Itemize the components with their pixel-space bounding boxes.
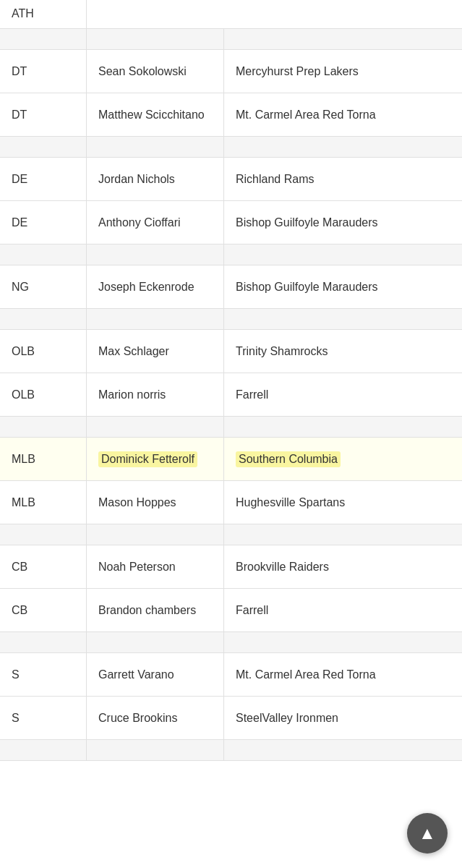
table-row: OLB Marion norris Farrell bbox=[0, 373, 462, 417]
name-cell: Matthew Scicchitano bbox=[87, 93, 224, 136]
player-name: Sean Sokolowski bbox=[98, 65, 187, 78]
table-row: DE Anthony Cioffari Bishop Guilfoyle Mar… bbox=[0, 201, 462, 244]
team-name: Bishop Guilfoyle Marauders bbox=[236, 216, 378, 229]
name-cell: Max Schlager bbox=[87, 330, 224, 373]
player-name: Marion norris bbox=[98, 388, 166, 401]
team-cell: Bishop Guilfoyle Marauders bbox=[224, 201, 462, 244]
name-cell: Anthony Cioffari bbox=[87, 201, 224, 244]
roster-table: ATH DT Sean Sokolowski Mercyhurst Prep L… bbox=[0, 0, 462, 761]
spacer-pos bbox=[0, 417, 87, 437]
player-name: Noah Peterson bbox=[98, 561, 176, 574]
team-name: Hughesville Spartans bbox=[236, 496, 345, 509]
name-cell: Cruce Brookins bbox=[87, 697, 224, 739]
team-name: Farrell bbox=[236, 604, 268, 617]
highlighted-name: Dominick Fetterolf bbox=[98, 451, 197, 467]
table-spacer bbox=[0, 244, 462, 265]
team-cell: Mercyhurst Prep Lakers bbox=[224, 50, 462, 93]
spacer-pos bbox=[0, 740, 87, 760]
team-cell: Southern Columbia bbox=[224, 438, 462, 480]
spacer-pos bbox=[0, 309, 87, 329]
highlighted-team: Southern Columbia bbox=[236, 451, 341, 467]
spacer-pos bbox=[0, 29, 87, 49]
team-name: Richland Rams bbox=[236, 173, 314, 186]
pos-cell: NG bbox=[0, 265, 87, 308]
table-row: DE Jordan Nichols Richland Rams bbox=[0, 158, 462, 201]
name-cell: Dominick Fetterolf bbox=[87, 438, 224, 480]
name-cell: Jordan Nichols bbox=[87, 158, 224, 200]
spacer-team bbox=[224, 417, 462, 437]
table-row-ath: ATH bbox=[0, 0, 462, 29]
pos-cell: CB bbox=[0, 545, 87, 588]
table-row: S Cruce Brookins SteelValley Ironmen bbox=[0, 697, 462, 740]
spacer-name bbox=[87, 417, 224, 437]
team-cell: Hughesville Spartans bbox=[224, 481, 462, 524]
name-cell: Sean Sokolowski bbox=[87, 50, 224, 93]
table-row: DT Matthew Scicchitano Mt. Carmel Area R… bbox=[0, 93, 462, 137]
spacer-pos bbox=[0, 244, 87, 265]
team-cell: SteelValley Ironmen bbox=[224, 697, 462, 739]
spacer-pos bbox=[0, 632, 87, 652]
spacer-team bbox=[224, 309, 462, 329]
player-name: Cruce Brookins bbox=[98, 712, 177, 725]
table-row: NG Joseph Eckenrode Bishop Guilfoyle Mar… bbox=[0, 265, 462, 309]
team-cell: Farrell bbox=[224, 589, 462, 631]
team-name: Bishop Guilfoyle Marauders bbox=[236, 281, 378, 294]
team-name: SteelValley Ironmen bbox=[236, 712, 338, 725]
table-row: MLB Mason Hoppes Hughesville Spartans bbox=[0, 481, 462, 524]
spacer-team bbox=[224, 632, 462, 652]
player-name: Joseph Eckenrode bbox=[98, 281, 194, 294]
name-cell: Garrett Varano bbox=[87, 653, 224, 696]
spacer-name bbox=[87, 244, 224, 265]
spacer-name bbox=[87, 524, 224, 545]
team-cell: Trinity Shamrocks bbox=[224, 330, 462, 373]
pos-cell: MLB bbox=[0, 438, 87, 480]
spacer-team bbox=[224, 137, 462, 157]
name-cell: Noah Peterson bbox=[87, 545, 224, 588]
spacer-pos bbox=[0, 137, 87, 157]
table-spacer bbox=[0, 29, 462, 50]
team-cell: Farrell bbox=[224, 373, 462, 416]
spacer-team bbox=[224, 740, 462, 760]
table-row: OLB Max Schlager Trinity Shamrocks bbox=[0, 330, 462, 373]
table-spacer bbox=[0, 740, 462, 761]
table-row: CB Noah Peterson Brookville Raiders bbox=[0, 545, 462, 589]
spacer-name bbox=[87, 309, 224, 329]
pos-cell: ATH bbox=[0, 0, 87, 28]
player-name: Max Schlager bbox=[98, 345, 169, 358]
pos-cell: DE bbox=[0, 201, 87, 244]
player-name: Jordan Nichols bbox=[98, 173, 175, 186]
table-spacer bbox=[0, 524, 462, 545]
name-cell: Joseph Eckenrode bbox=[87, 265, 224, 308]
name-cell: Marion norris bbox=[87, 373, 224, 416]
team-cell: Brookville Raiders bbox=[224, 545, 462, 588]
name-team-cell bbox=[87, 0, 462, 28]
spacer-team bbox=[224, 244, 462, 265]
team-name: Mt. Carmel Area Red Torna bbox=[236, 109, 376, 122]
name-cell: Brandon chambers bbox=[87, 589, 224, 631]
team-cell: Bishop Guilfoyle Marauders bbox=[224, 265, 462, 308]
player-name: Garrett Varano bbox=[98, 668, 174, 681]
player-name: Brandon chambers bbox=[98, 604, 196, 617]
table-spacer bbox=[0, 632, 462, 653]
team-name: Farrell bbox=[236, 388, 268, 401]
table-row: MLB Dominick Fetterolf Southern Columbia bbox=[0, 438, 462, 481]
spacer-team bbox=[224, 29, 462, 49]
pos-cell: DT bbox=[0, 93, 87, 136]
table-row: CB Brandon chambers Farrell bbox=[0, 589, 462, 632]
spacer-team bbox=[224, 524, 462, 545]
pos-cell: CB bbox=[0, 589, 87, 631]
team-cell: Mt. Carmel Area Red Torna bbox=[224, 653, 462, 696]
spacer-name bbox=[87, 29, 224, 49]
spacer-pos bbox=[0, 524, 87, 545]
spacer-name bbox=[87, 740, 224, 760]
team-name: Mt. Carmel Area Red Torna bbox=[236, 668, 376, 681]
team-name: Mercyhurst Prep Lakers bbox=[236, 65, 359, 78]
player-name: Anthony Cioffari bbox=[98, 216, 181, 229]
team-cell: Mt. Carmel Area Red Torna bbox=[224, 93, 462, 136]
team-cell: Richland Rams bbox=[224, 158, 462, 200]
spacer-name bbox=[87, 137, 224, 157]
table-spacer bbox=[0, 309, 462, 330]
player-name: Mason Hoppes bbox=[98, 496, 176, 509]
table-row: DT Sean Sokolowski Mercyhurst Prep Laker… bbox=[0, 50, 462, 93]
table-row: S Garrett Varano Mt. Carmel Area Red Tor… bbox=[0, 653, 462, 697]
